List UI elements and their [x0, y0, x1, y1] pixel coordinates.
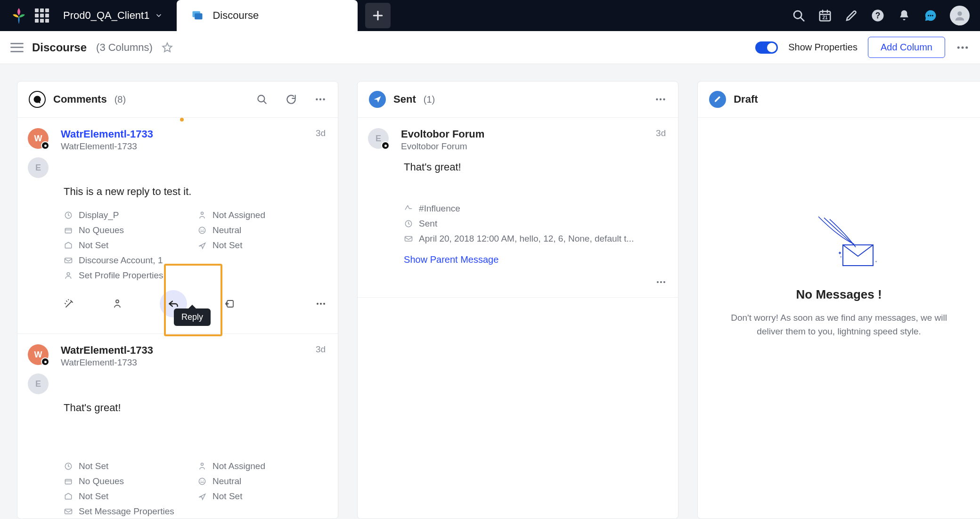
topbar-right: 21 ? — [792, 6, 980, 25]
column-count: (8) — [114, 94, 126, 105]
show-parent-link[interactable]: Show Parent Message — [404, 254, 498, 265]
tab-discourse[interactable]: Discourse — [177, 0, 358, 31]
user-link[interactable]: WatrElementl-1733 — [61, 128, 327, 140]
more-icon[interactable] — [956, 41, 970, 55]
message-body: That's great! — [404, 161, 667, 197]
timestamp: 3d — [316, 128, 326, 138]
svg-rect-33 — [65, 509, 72, 514]
card-more-icon[interactable] — [315, 298, 327, 309]
card-meta: #Influence Sent April 20, 2018 12:00 AM,… — [404, 203, 667, 244]
workspace-name: Prod0_QA_Client1 — [63, 9, 149, 22]
draft-column-icon — [709, 91, 726, 108]
help-icon[interactable]: ? — [871, 8, 885, 23]
avatar: W — [28, 344, 49, 365]
comment-card[interactable]: 3d W E WatrElementl-1733 WatrElementl-17… — [17, 118, 338, 334]
svg-point-7 — [928, 15, 929, 16]
svg-point-28 — [323, 303, 325, 305]
empty-body: Don't worry! As soon as we find any mess… — [726, 311, 952, 338]
svg-point-10 — [957, 11, 962, 16]
column-title: Sent — [393, 93, 416, 105]
user-sub: WatrElementl-1733 — [61, 357, 327, 368]
edit-icon[interactable] — [844, 8, 858, 23]
search-icon[interactable] — [792, 8, 806, 23]
chevron-down-icon — [155, 12, 163, 19]
svg-rect-22 — [65, 258, 72, 263]
empty-state: ✦ + + No Messages ! Don't worry! As soon… — [698, 118, 980, 338]
sent-card[interactable]: 3d E Evoltobor Forum Evoltobor Forum Tha… — [358, 118, 678, 298]
timestamp: 3d — [316, 344, 326, 355]
app-logo[interactable] — [9, 6, 28, 25]
svg-point-26 — [317, 303, 318, 305]
card-meta: Display_P Not Assigned No Queues Neutral… — [64, 210, 327, 281]
avatar-secondary: E — [28, 373, 49, 394]
workspace-selector[interactable]: Prod0_QA_Client1 — [63, 9, 172, 22]
topbar: Prod0_QA_Client1 Discourse 21 ? — [0, 0, 980, 31]
empty-title: No Messages ! — [796, 287, 882, 302]
avatar: E — [368, 128, 389, 149]
column-title: Draft — [734, 93, 758, 105]
svg-point-11 — [957, 46, 960, 49]
svg-point-40 — [657, 281, 659, 283]
add-column-button[interactable]: Add Column — [868, 37, 945, 58]
calendar-icon[interactable]: 21 — [818, 8, 832, 23]
svg-point-13 — [965, 46, 968, 49]
column-header-sent: Sent (1) — [358, 81, 678, 118]
column-title: Comments — [53, 93, 107, 105]
archive-icon[interactable] — [224, 298, 235, 309]
svg-point-32 — [199, 478, 205, 484]
svg-point-8 — [930, 15, 931, 16]
discourse-tab-icon — [191, 9, 204, 22]
column-more-icon[interactable] — [654, 93, 667, 105]
page-subtitle: (3 Columns) — [96, 41, 153, 54]
column-comments: Comments (8) 3d W E WatrElementl-1733 Wa… — [17, 81, 338, 519]
svg-point-19 — [201, 212, 204, 214]
user-sub: WatrElementl-1733 — [61, 141, 327, 152]
user-sub: Evoltobor Forum — [401, 141, 667, 152]
card-meta: Not Set Not Assigned No Queues Neutral N… — [64, 461, 327, 519]
column-sent: Sent (1) 3d E Evoltobor Forum Evoltobor … — [357, 81, 678, 519]
column-more-icon[interactable] — [314, 93, 327, 105]
subbar: Discourse (3 Columns) Show Properties Ad… — [0, 31, 980, 64]
svg-text:+: + — [840, 255, 842, 259]
user-link[interactable]: WatrElementl-1733 — [61, 344, 327, 357]
svg-text:?: ? — [875, 11, 881, 20]
refresh-icon[interactable] — [285, 93, 297, 105]
column-header-draft: Draft — [698, 81, 980, 118]
svg-point-24 — [116, 300, 119, 303]
empty-envelope-icon: ✦ + + — [801, 212, 877, 278]
bell-icon[interactable] — [897, 8, 911, 23]
timestamp: 3d — [656, 128, 666, 138]
chat-icon[interactable] — [923, 8, 938, 23]
assign-icon[interactable] — [112, 298, 123, 309]
svg-point-17 — [323, 98, 325, 100]
comment-card[interactable]: 3d W E WatrElementl-1733 WatrElementl-17… — [17, 334, 338, 519]
menu-icon[interactable] — [10, 43, 24, 52]
svg-point-23 — [67, 273, 70, 276]
column-search-icon[interactable] — [256, 93, 268, 105]
user-avatar[interactable] — [950, 6, 970, 25]
app-launcher-icon[interactable] — [35, 8, 49, 23]
svg-rect-1 — [195, 13, 203, 19]
svg-point-16 — [319, 98, 321, 100]
svg-point-36 — [660, 98, 662, 100]
plus-icon — [371, 8, 385, 23]
add-tab-button[interactable] — [365, 3, 391, 28]
board: Comments (8) 3d W E WatrElementl-1733 Wa… — [0, 64, 980, 519]
svg-rect-31 — [65, 479, 71, 484]
card-more-icon[interactable] — [655, 276, 667, 288]
user-link[interactable]: Evoltobor Forum — [401, 128, 667, 140]
sent-column-icon — [369, 91, 386, 108]
wand-icon[interactable] — [64, 298, 75, 309]
svg-point-27 — [320, 303, 322, 305]
svg-point-37 — [663, 98, 665, 100]
page-title: Discourse — [32, 41, 87, 54]
svg-rect-20 — [65, 228, 71, 233]
column-draft: Draft ✦ + + No Messages ! Don't worry! A… — [697, 81, 980, 519]
show-properties-toggle[interactable] — [755, 41, 778, 54]
svg-text:21: 21 — [822, 15, 828, 20]
svg-point-12 — [962, 46, 964, 49]
show-properties-label: Show Properties — [788, 42, 858, 53]
star-icon[interactable] — [161, 41, 173, 54]
comments-column-icon — [29, 91, 46, 108]
svg-point-42 — [663, 281, 665, 283]
